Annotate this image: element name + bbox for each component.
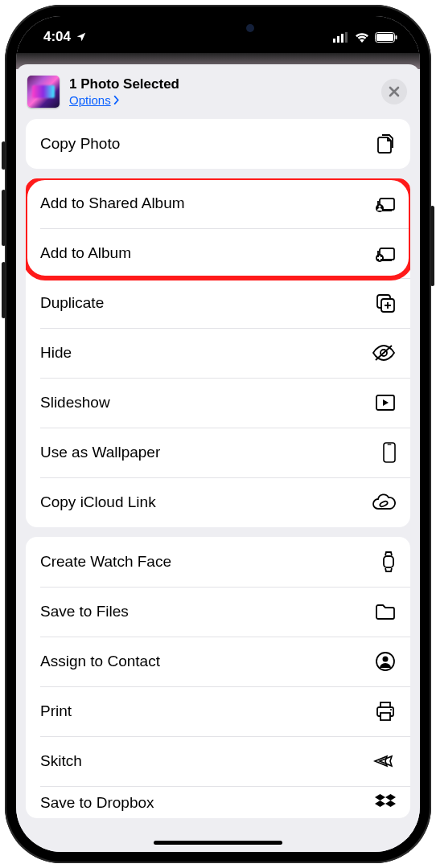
svg-point-21 bbox=[383, 657, 389, 662]
duplicate-icon bbox=[372, 293, 396, 313]
print-row[interactable]: Print bbox=[26, 686, 410, 736]
shared-album-icon bbox=[372, 194, 396, 213]
action-label: Skitch bbox=[40, 752, 82, 770]
svg-point-9 bbox=[379, 206, 381, 208]
watch-icon bbox=[372, 551, 396, 573]
sheet-title: 1 Photo Selected bbox=[69, 76, 372, 92]
actions-scroll[interactable]: Copy Photo Add to Shared Album bbox=[16, 119, 420, 852]
svg-rect-5 bbox=[376, 34, 393, 41]
add-to-album-row[interactable]: Add to Album bbox=[26, 228, 410, 278]
action-label: Save to Files bbox=[40, 603, 129, 620]
svg-rect-17 bbox=[388, 444, 392, 445]
skitch-icon bbox=[372, 754, 396, 768]
copy-photo-row[interactable]: Copy Photo bbox=[26, 119, 410, 169]
options-button[interactable]: Options bbox=[69, 93, 372, 107]
svg-point-18 bbox=[379, 501, 388, 508]
folder-icon bbox=[372, 603, 396, 620]
battery-icon bbox=[375, 32, 397, 43]
dropbox-icon bbox=[372, 794, 396, 810]
photo-thumbnail[interactable] bbox=[27, 76, 60, 108]
action-label: Assign to Contact bbox=[40, 653, 160, 670]
status-time: 4:04 bbox=[43, 29, 71, 45]
add-album-icon bbox=[372, 244, 396, 263]
save-to-files-row[interactable]: Save to Files bbox=[26, 587, 410, 637]
svg-rect-22 bbox=[380, 702, 390, 707]
use-as-wallpaper-row[interactable]: Use as Wallpaper bbox=[26, 428, 410, 477]
chevron-right-icon bbox=[113, 96, 120, 104]
assign-to-contact-row[interactable]: Assign to Contact bbox=[26, 637, 410, 686]
action-label: Use as Wallpaper bbox=[40, 444, 160, 461]
action-label: Hide bbox=[40, 344, 72, 362]
documents-icon bbox=[372, 133, 396, 155]
add-to-shared-album-row[interactable]: Add to Shared Album bbox=[26, 178, 410, 228]
wifi-icon bbox=[355, 32, 369, 43]
cellular-icon bbox=[333, 32, 349, 43]
svg-rect-16 bbox=[384, 443, 395, 462]
svg-rect-3 bbox=[345, 32, 348, 43]
svg-rect-0 bbox=[333, 39, 335, 43]
action-label: Copy Photo bbox=[40, 135, 120, 153]
location-icon bbox=[76, 31, 87, 43]
create-watch-face-row[interactable]: Create Watch Face bbox=[26, 537, 410, 587]
svg-rect-19 bbox=[384, 556, 393, 567]
save-to-dropbox-row[interactable]: Save to Dropbox bbox=[26, 786, 410, 818]
share-sheet: 1 Photo Selected Options Copy Photo bbox=[16, 64, 420, 852]
svg-rect-1 bbox=[337, 36, 339, 43]
action-label: Add to Shared Album bbox=[40, 194, 185, 212]
action-label: Copy iCloud Link bbox=[40, 493, 156, 511]
action-label: Create Watch Face bbox=[40, 553, 171, 571]
svg-rect-2 bbox=[341, 34, 343, 43]
slideshow-row[interactable]: Slideshow bbox=[26, 378, 410, 428]
hide-icon bbox=[372, 344, 396, 362]
cloud-link-icon bbox=[372, 493, 396, 511]
action-group-3: Create Watch Face Save to Files bbox=[26, 537, 410, 818]
action-label: Add to Album bbox=[40, 244, 131, 262]
options-label: Options bbox=[69, 93, 111, 107]
close-icon bbox=[389, 86, 400, 97]
svg-rect-24 bbox=[380, 713, 390, 720]
action-label: Slideshow bbox=[40, 394, 110, 411]
screen: 4:04 1 Photo Selected Options bbox=[16, 16, 420, 852]
skitch-row[interactable]: Skitch bbox=[26, 736, 410, 786]
copy-icloud-link-row[interactable]: Copy iCloud Link bbox=[26, 477, 410, 527]
action-label: Save to Dropbox bbox=[40, 794, 154, 812]
sheet-header: 1 Photo Selected Options bbox=[16, 64, 420, 119]
contact-icon bbox=[372, 651, 396, 672]
home-indicator[interactable] bbox=[154, 841, 282, 845]
hide-row[interactable]: Hide bbox=[26, 328, 410, 378]
device-frame: 4:04 1 Photo Selected Options bbox=[5, 5, 431, 863]
action-group-2: Add to Shared Album Add t bbox=[26, 178, 410, 527]
notch bbox=[125, 16, 311, 42]
action-group-1: Copy Photo bbox=[26, 119, 410, 169]
svg-rect-6 bbox=[396, 35, 397, 39]
svg-point-25 bbox=[390, 709, 392, 710]
duplicate-row[interactable]: Duplicate bbox=[26, 278, 410, 328]
printer-icon bbox=[372, 701, 396, 722]
phone-icon bbox=[372, 442, 396, 463]
play-icon bbox=[372, 394, 396, 411]
action-label: Duplicate bbox=[40, 294, 104, 312]
close-button[interactable] bbox=[381, 79, 407, 104]
action-label: Print bbox=[40, 702, 72, 720]
